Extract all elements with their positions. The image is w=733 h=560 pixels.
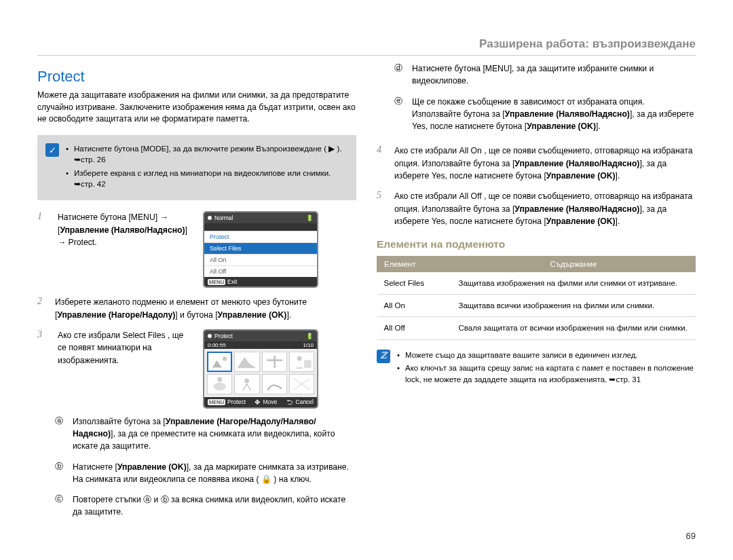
td: All On xyxy=(377,295,452,317)
info-box: ℤ Можете също да защитавате вашите запис… xyxy=(377,350,696,388)
svg-rect-12 xyxy=(263,375,286,394)
td: Сваля защитата от всички изображения на … xyxy=(452,317,696,339)
svg-point-11 xyxy=(244,379,249,384)
step-number: 2 xyxy=(37,296,48,321)
sub-step-letter: ⓒ xyxy=(55,493,66,523)
step-body: Натиснете бутона [MENU] → [Управление (Н… xyxy=(58,211,193,248)
sub-step: Повторете стъпки ⓐ и ⓑ за всяка снимка и… xyxy=(73,493,356,519)
section-header: Разширена работа: възпроизвеждане xyxy=(479,37,696,51)
page-number: 69 xyxy=(686,531,696,541)
step-number: 5 xyxy=(377,190,388,227)
step-number: 1 xyxy=(37,211,48,222)
note-item: Натиснете бутона [MODE], за да включите … xyxy=(66,143,348,165)
th-element: Елемент xyxy=(377,257,452,272)
td: All Off xyxy=(377,317,452,339)
info-item: Можете също да защитавате вашите записи … xyxy=(397,350,696,361)
sub-step: Натиснете бутона [MENU], за да защитите … xyxy=(412,62,696,88)
step-number: 3 xyxy=(37,329,48,340)
th-content: Съдържание xyxy=(452,257,696,272)
step-number: 4 xyxy=(377,145,388,182)
sub-step-letter: ⓐ xyxy=(55,415,66,457)
svg-point-9 xyxy=(217,377,222,381)
info-item: Ако ключът за защита срещу запис на карт… xyxy=(397,362,696,385)
page-title: Protect xyxy=(37,68,356,86)
sub-step-letter: ⓓ xyxy=(394,62,405,92)
sub-step-letter: ⓔ xyxy=(394,96,405,137)
step-body: Ако сте избрали All On , ще се появи съо… xyxy=(394,145,696,182)
svg-point-5 xyxy=(297,356,301,361)
camera-screen-thumbnails: Protect🔋 0:00:551/10 MENUProtect xyxy=(203,329,318,409)
sub-step: Използвайте бутона за [Управление (Нагор… xyxy=(73,415,356,453)
svg-rect-6 xyxy=(304,360,311,369)
sub-step: Натиснете [Управление (OK)], за да марки… xyxy=(73,461,356,486)
step-body: Ако сте избрали Select Files , ще се поя… xyxy=(58,329,193,367)
step-body: Изберете желаното подменю и елемент от м… xyxy=(55,296,356,321)
sub-step: Ще се покаже съобщение в зависимост от и… xyxy=(412,96,696,133)
note-box-top: ✓ Натиснете бутона [MODE], за да включит… xyxy=(37,135,356,200)
submenu-table: Елемент Съдържание Select Files Защитава… xyxy=(377,256,696,339)
td: Select Files xyxy=(377,272,452,295)
check-icon: ✓ xyxy=(45,143,59,157)
sub-step-letter: ⓑ xyxy=(55,461,66,490)
td: Защитава всички изображения на филми или… xyxy=(452,295,696,317)
note-item: Изберете екрана с изглед на миниатюри на… xyxy=(66,168,348,189)
td: Защитава изображения на филми или снимки… xyxy=(452,272,696,295)
camera-screen-menu: Normal🔋 Protect Select Files All On All … xyxy=(203,211,318,288)
step-body: Ако сте избрали All Off , ще се появи съ… xyxy=(394,190,696,227)
svg-point-8 xyxy=(213,382,226,390)
submenu-heading: Елементи на подменюто xyxy=(377,238,696,250)
intro-text: Можете да защитавате изображения на филм… xyxy=(37,90,356,126)
svg-point-1 xyxy=(223,356,227,360)
info-icon: ℤ xyxy=(377,350,390,363)
svg-rect-0 xyxy=(209,353,231,371)
